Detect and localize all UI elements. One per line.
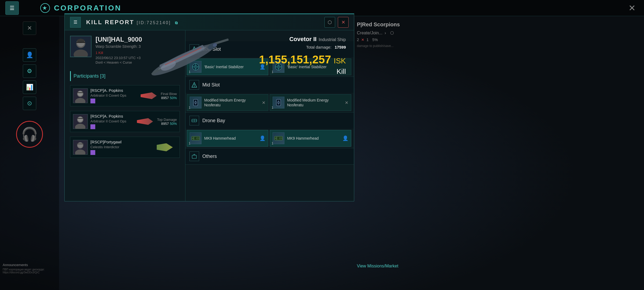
ship-info-display: Covetor II Industrial Ship Total damage:… — [259, 36, 346, 76]
low-slot-icon — [189, 44, 199, 54]
x-icon-1: ✕ — [262, 100, 265, 105]
drone-bay-title: Drone Bay — [202, 118, 225, 124]
mid-slot-item-1[interactable]: 1 Modified Medium Energy Nosferatu ✕ — [187, 94, 268, 111]
participant-info-3: [RSCP]Portygawl Celestis Interdictor — [90, 140, 153, 155]
others-header: Others — [185, 148, 354, 164]
right-info-panel: P|Red Scorpions Create/Join... › ⬡ 2 ✕ 1… — [357, 21, 424, 48]
participant-row: [RSCP]A. Popkins Arbitrator II Covert Op… — [70, 85, 180, 106]
x-icon-2: ✕ — [345, 100, 348, 105]
top-close-button[interactable]: ✕ — [625, 1, 639, 15]
participant-name-1: [RSCP]A. Popkins — [90, 88, 137, 93]
participant-info-2: [RSCP]A. Popkins Arbitrator II Covert Op… — [90, 114, 133, 129]
isk-unit: ISK — [334, 57, 346, 65]
isk-amount-row: 1,155,151,257 ISK — [259, 51, 346, 66]
weapon-shape-icon-3 — [157, 143, 173, 151]
drone-bay-item-2[interactable]: 1 MK9 Hammerhead 👤 — [270, 130, 351, 147]
participant-weapon-1 — [139, 89, 158, 103]
dialog-menu-button[interactable]: ☰ — [70, 17, 81, 28]
corp-star-icon: ★ — [40, 3, 50, 13]
participant-avatar-2 — [73, 114, 88, 129]
corp-name: P|Red Scorpions — [357, 21, 424, 28]
participant-weapon-3 — [155, 141, 174, 154]
inertial-stabilizer-name-1: 'Basic' Inertial Stabilizer — [204, 64, 257, 69]
announcements: Announcements ПВП корпорация ведет диско… — [3, 263, 56, 274]
svg-point-14 — [78, 117, 83, 122]
mid-slot-header: Mid Slot — [185, 77, 354, 93]
participant-rank-1 — [90, 99, 95, 103]
low-slot-title: Low Slot — [202, 46, 221, 52]
announcements-text: ПВП корпорация ведет дискорде: https://d… — [3, 268, 56, 274]
player-name: [UNI]HAL_9000 — [96, 36, 180, 43]
player-details: [UNI]HAL_9000 Warp Scramble Strength: 3 … — [96, 36, 180, 64]
energy-nosferatu-name-2: Modified Medium Energy Nosferatu — [287, 98, 342, 107]
hamburger-button[interactable]: ☰ — [5, 1, 19, 15]
external-icon: ⬡ — [390, 30, 394, 35]
panel-row-1: 2 ✕ 1 5% — [357, 38, 424, 42]
announcements-label: Announcements — [3, 263, 56, 267]
drone-bay-items: 1 MK9 Hammerhead 👤 1 — [185, 129, 354, 148]
drone-bay-header: Drone Bay — [185, 113, 354, 129]
participant-avatar-3 — [73, 140, 88, 155]
participants-title: Participants [3] — [74, 73, 105, 79]
svg-rect-49 — [279, 137, 282, 139]
mid-slot-item-2[interactable]: 1 Modified Medium Energy Nosferatu ✕ — [270, 94, 351, 111]
participant-ship-2: Arbitrator II Covert Ops — [90, 119, 133, 123]
sidebar-gear-icon[interactable]: ⚙ — [23, 64, 36, 78]
arrow-icon: › — [385, 31, 386, 35]
damage-row: Total damage: 17599 — [259, 45, 346, 49]
sidebar-close-button[interactable]: ✕ — [23, 21, 36, 35]
mid-slot-icon — [189, 80, 199, 90]
energy-nosferatu-name-1: Modified Medium Energy Nosferatu — [204, 98, 259, 107]
mid-slot-items: 1 Modified Medium Energy Nosferatu ✕ — [185, 93, 354, 112]
participant-weapon-2 — [136, 115, 154, 128]
drone-bay-item-1[interactable]: 1 MK9 Hammerhead 👤 — [187, 130, 268, 147]
participant-ship-1: Arbitrator II Covert Ops — [90, 93, 137, 97]
corp-logo: 🎧 — [13, 118, 46, 150]
hammerhead-name-1: MK9 Hammerhead — [204, 136, 257, 141]
energy-nosferatu-icon-1 — [190, 97, 202, 108]
corp-title: ★ CORPORATION — [40, 3, 122, 13]
dialog-actions: ⬡ ✕ — [324, 17, 349, 28]
participant-row: [RSCP]Portygawl Celestis Interdictor — [70, 137, 180, 158]
svg-rect-15 — [77, 118, 83, 119]
participant-rank-3 — [90, 150, 95, 155]
svg-rect-20 — [77, 144, 83, 144]
dialog-close-icon: ✕ — [341, 19, 345, 25]
inertial-stabilizer-icon-1 — [190, 61, 202, 73]
hammerhead-icon-1 — [190, 132, 202, 144]
damage-publish-row: damage to publish/save... — [357, 44, 424, 48]
svg-point-23 — [194, 50, 195, 51]
svg-point-34 — [194, 86, 195, 87]
svg-rect-50 — [192, 155, 196, 158]
hammerhead-name-2: MK9 Hammerhead — [287, 136, 340, 141]
weapon-shape-icon-2 — [137, 118, 153, 125]
headphone-icon: 🎧 — [21, 126, 38, 142]
ship-type: Industrial Ship — [319, 37, 346, 42]
hammerhead-icon-2 — [273, 132, 284, 144]
sidebar-chart-icon[interactable]: 📊 — [23, 81, 36, 94]
kill-report-dialog: ☰ KILL REPORT [ID:7252140] ⧉ ⬡ ✕ — [64, 13, 354, 201]
others-section: Others — [185, 148, 354, 165]
corp-logo-circle: 🎧 — [16, 121, 43, 148]
copy-id-button[interactable]: ⧉ — [175, 21, 178, 25]
dialog-close-button[interactable]: ✕ — [338, 17, 349, 28]
mid-slot-title: Mid Slot — [202, 82, 220, 88]
energy-nosferatu-icon-2 — [273, 97, 284, 108]
dialog-header: ☰ KILL REPORT [ID:7252140] ⧉ ⬡ ✕ — [65, 14, 354, 30]
kill-date: 2022/06/12 23:10:57 UTC +3 — [96, 56, 180, 60]
svg-rect-10 — [77, 92, 83, 93]
participant-stats-1: Final Blow 8957 50% — [161, 92, 177, 100]
sidebar-person-icon[interactable]: 👤 — [23, 48, 36, 62]
missions-market-link[interactable]: View Missions/Market — [357, 264, 398, 269]
mid-slot-section: Mid Slot 1 Modified Medium En — [185, 77, 354, 113]
sidebar-settings-icon[interactable]: ⊙ — [23, 97, 36, 110]
participant-avatar-1 — [73, 88, 88, 103]
low-slot-item-1[interactable]: 1 'Basic' Inertial Stabilizer 👤 — [187, 59, 268, 75]
svg-point-9 — [78, 91, 83, 96]
weapon-shape-icon-1 — [141, 92, 157, 99]
left-panel: [UNI]HAL_9000 Warp Scramble Strength: 3 … — [65, 30, 185, 201]
participants-header: Participants [3] — [70, 71, 180, 81]
create-join-link[interactable]: Create/Join... › ⬡ — [357, 30, 424, 35]
export-button[interactable]: ⬡ — [324, 17, 335, 28]
close-icon: ✕ — [628, 3, 636, 13]
